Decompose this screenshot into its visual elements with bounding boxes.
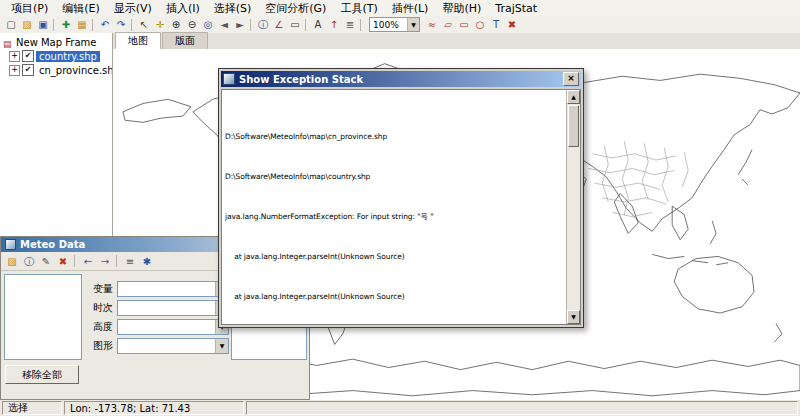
layer-row[interactable]: cn_province.shp xyxy=(1,63,111,77)
clear-graphics-button[interactable]: ✖ xyxy=(504,17,520,32)
toolbar-button-icon: ◄ xyxy=(220,17,228,32)
draw-circle-tool[interactable]: ○ xyxy=(472,17,488,32)
measure-tool[interactable]: ∠ xyxy=(271,17,287,32)
remove-data-button[interactable]: ✖ xyxy=(55,254,71,269)
field-combo[interactable]: ▼ xyxy=(117,300,229,316)
dialog-title: Show Exception Stack xyxy=(239,74,363,85)
field-combo[interactable]: ▼ xyxy=(117,338,229,354)
zoom-out-tool[interactable]: ⊖ xyxy=(184,17,200,32)
zoom-in-tool[interactable]: ⊕ xyxy=(168,17,184,32)
menu-item[interactable]: TrajStat xyxy=(488,1,544,16)
toolbar-button-icon: ▱ xyxy=(444,17,452,32)
data-info-button[interactable]: ⓘ xyxy=(21,254,37,269)
toolbar-button-icon: ✎ xyxy=(42,254,50,269)
toolbar-separator xyxy=(131,19,134,31)
insert-text-tool[interactable]: T xyxy=(488,17,504,32)
menu-item[interactable]: 工具(T) xyxy=(333,0,384,17)
toolbar-button-icon: A xyxy=(315,17,322,32)
field-combo[interactable]: ▼ xyxy=(117,319,229,335)
toolbar-button-icon: ▨ xyxy=(7,254,16,269)
view-tab[interactable]: 地图 xyxy=(115,32,161,50)
menu-item[interactable]: 插入(I) xyxy=(159,0,207,17)
zoom-next-button[interactable]: ► xyxy=(232,17,248,32)
toolbar-button-icon: T xyxy=(493,17,499,32)
stack-trace-text: D:\Software\MeteoInfo\map\cn_province.sh… xyxy=(222,90,566,324)
toolbar-separator xyxy=(116,255,119,267)
dialog-scrollbar[interactable]: ▲ ▼ xyxy=(566,90,580,324)
map-frame-icon xyxy=(3,38,13,47)
toolbar-button-icon: ▭ xyxy=(459,17,468,32)
redo-button[interactable]: ↷ xyxy=(113,17,129,32)
open-project-button[interactable]: ▨ xyxy=(19,17,35,32)
layer-row[interactable]: country.shp xyxy=(1,49,111,63)
view-tab[interactable]: 版面 xyxy=(162,32,208,49)
toolbar-button-icon: ↶ xyxy=(101,17,109,32)
meteo-panel-title: Meteo Data xyxy=(20,239,85,250)
undo-button[interactable]: ↶ xyxy=(97,17,113,32)
zoom-level-combo[interactable]: 100% ▼ xyxy=(369,17,420,32)
layer-label[interactable]: country.shp xyxy=(36,51,100,62)
toolbar-button-icon: ⓘ xyxy=(258,17,268,32)
open-data-button[interactable]: ▨ xyxy=(4,254,20,269)
new-project-button[interactable]: ▢ xyxy=(3,17,19,32)
expand-icon[interactable] xyxy=(9,65,20,76)
expand-icon[interactable] xyxy=(9,51,20,62)
field-combo[interactable]: ▼ xyxy=(117,281,229,297)
view-tabs: 地图 版面 xyxy=(113,33,800,50)
previous-time-button[interactable]: ← xyxy=(80,254,96,269)
full-extent-button[interactable]: ◎ xyxy=(200,17,216,32)
menu-item[interactable]: 显示(V) xyxy=(107,0,159,17)
toolbar-separator xyxy=(305,19,308,31)
scroll-up-icon[interactable]: ▲ xyxy=(567,90,580,104)
draw-polygon-tool[interactable]: ▱ xyxy=(440,17,456,32)
toolbar-button-icon: ▢ xyxy=(6,17,15,32)
meteo-panel-icon xyxy=(5,239,16,250)
legend-editor-button[interactable]: ≣ xyxy=(342,17,358,32)
pan-tool[interactable]: ✛ xyxy=(152,17,168,32)
toolbar-button-icon: ✖ xyxy=(59,254,67,269)
select-tool[interactable]: ↖ xyxy=(136,17,152,32)
menu-item[interactable]: 帮助(H) xyxy=(435,0,488,17)
north-arrow-button[interactable]: ↑ xyxy=(326,17,342,32)
zoom-previous-button[interactable]: ◄ xyxy=(216,17,232,32)
next-time-button[interactable]: → xyxy=(97,254,113,269)
menu-item[interactable]: 选择(S) xyxy=(207,0,259,17)
field-row: 变量 ▼ xyxy=(85,281,229,296)
layer-label[interactable]: cn_province.shp xyxy=(36,65,113,76)
save-project-button[interactable]: ▣ xyxy=(35,17,51,32)
menu-item[interactable]: 插件(L) xyxy=(385,0,436,17)
scroll-down-icon[interactable]: ▼ xyxy=(567,310,580,324)
toolbar-separator xyxy=(53,19,56,31)
stack-trace-line: java.lang.NumberFormatException: For inp… xyxy=(225,212,563,222)
open-meteo-data-button[interactable]: ▦ xyxy=(74,17,90,32)
toolbar-button-icon: ≣ xyxy=(346,17,354,32)
label-button[interactable]: A xyxy=(310,17,326,32)
layer-visibility-checkbox[interactable] xyxy=(22,64,34,76)
close-icon[interactable] xyxy=(563,72,579,86)
toolbar-separator xyxy=(360,19,363,31)
dialog-titlebar[interactable]: Show Exception Stack xyxy=(221,71,581,87)
stack-trace-line: at java.lang.Integer.parseInt(Unknown So… xyxy=(225,292,563,302)
select-feature-tool[interactable]: ▭ xyxy=(287,17,303,32)
dataset-listbox[interactable] xyxy=(4,274,82,360)
menu-item[interactable]: 项目(P) xyxy=(4,0,55,17)
menu-item[interactable]: 空间分析(G) xyxy=(258,0,333,17)
map-frame-node[interactable]: New Map Frame xyxy=(1,36,111,49)
layers-tree: New Map Frame country.shp xyxy=(0,33,112,80)
identify-tool[interactable]: ⓘ xyxy=(255,17,271,32)
draw-polyline-tool[interactable]: ≈ xyxy=(424,17,440,32)
add-layer-button[interactable]: ✚ xyxy=(58,17,74,32)
chevron-down-icon: ▼ xyxy=(407,18,419,31)
toolbar-button-icon: ∠ xyxy=(275,17,284,32)
scrollbar-thumb[interactable] xyxy=(568,105,579,147)
field-label: 变量 xyxy=(85,282,113,296)
menu-item[interactable]: 编辑(E) xyxy=(55,0,107,17)
toolbar-button-icon: ✱ xyxy=(143,254,151,269)
draw-setting-button[interactable]: ✱ xyxy=(139,254,155,269)
remove-all-button[interactable]: 移除全部 xyxy=(5,365,79,384)
layer-visibility-checkbox[interactable] xyxy=(22,50,34,62)
draw-rectangle-tool[interactable]: ▭ xyxy=(456,17,472,32)
edit-data-button[interactable]: ✎ xyxy=(38,254,54,269)
scrollbar-track[interactable] xyxy=(567,148,580,310)
data-list-button[interactable]: ≡ xyxy=(122,254,138,269)
